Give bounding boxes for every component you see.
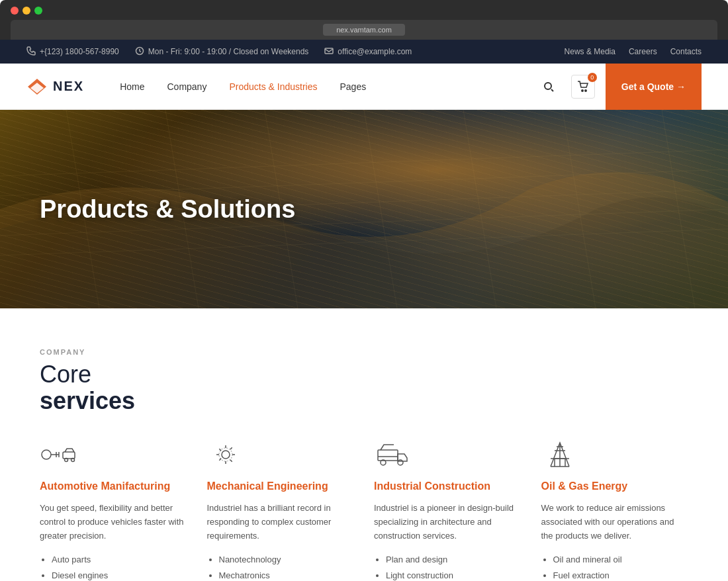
svg-rect-23 <box>378 450 398 461</box>
svg-point-25 <box>398 460 403 465</box>
service-card-mechanical: Mechanical Engineering Industriel has a … <box>207 440 355 581</box>
news-media-link[interactable]: News & Media <box>565 47 615 56</box>
list-item: Oil and mineral oil <box>553 552 689 567</box>
list-item: Fuel extraction <box>553 568 689 581</box>
section-label: COMPANY <box>40 348 688 356</box>
mechanical-icon <box>207 440 244 469</box>
phone-icon <box>26 46 36 58</box>
automotive-title: Automotive Manifacturing <box>40 480 187 494</box>
search-button[interactable] <box>537 75 561 99</box>
phone-item: +{123) 1800-567-8990 <box>26 46 119 58</box>
email-address: office@example.com <box>338 47 412 56</box>
nav-products[interactable]: Products & Industries <box>220 76 326 97</box>
svg-point-21 <box>222 451 230 459</box>
nav-links: Home Company Products & Industries Pages <box>111 76 375 97</box>
svg-rect-1 <box>325 48 333 54</box>
svg-line-5 <box>0 150 728 176</box>
cart-badge: 0 <box>588 73 597 82</box>
nav-pages[interactable]: Pages <box>330 76 375 97</box>
svg-rect-18 <box>63 452 75 459</box>
industrial-icon <box>374 440 411 469</box>
list-item: Nanotechnology <box>219 552 355 567</box>
email-item: office@example.com <box>324 46 412 58</box>
mechanical-title: Mechanical Engineering <box>207 480 355 494</box>
list-item: Diesel engines <box>52 568 187 581</box>
services-section: COMPANY Core services <box>0 308 728 581</box>
svg-point-20 <box>71 459 75 462</box>
oilgas-icon <box>541 440 578 469</box>
oilgas-title: Oil & Gas Energy <box>541 480 689 494</box>
services-grid: Automotive Manifacturing You get speed, … <box>40 440 688 581</box>
oilgas-desc: We work to reduce air emissions associat… <box>541 502 689 543</box>
hero-section: Products & Solutions <box>0 110 728 308</box>
automotive-icon <box>40 440 77 469</box>
industrial-list: Plan and design Light construction Heavy… <box>374 552 522 581</box>
hours-item: Mon - Fri: 9:00 - 19:00 / Closed on Week… <box>135 46 309 58</box>
get-quote-button[interactable]: Get a Quote → <box>606 64 702 110</box>
service-card-industrial: Industrial Construction Industriel is a … <box>374 440 522 581</box>
heading-bold: services <box>40 388 688 414</box>
url-bar[interactable]: nex.vamtam.com <box>323 24 405 36</box>
mechanical-list: Nanotechnology Mechatronics Composites M… <box>207 552 355 581</box>
svg-point-4 <box>585 89 586 91</box>
hero-title: Products & Solutions <box>40 195 295 224</box>
logo-icon <box>26 77 48 96</box>
nav-actions: 0 Get a Quote → <box>537 64 702 110</box>
careers-link[interactable]: Careers <box>629 47 657 56</box>
svg-point-2 <box>545 83 551 89</box>
phone-number: +{123) 1800-567-8990 <box>40 47 119 56</box>
industrial-desc: Industriel is a pioneer in design-build … <box>374 502 522 543</box>
nav-home[interactable]: Home <box>111 76 154 97</box>
hero-content: Products & Solutions <box>0 195 335 224</box>
list-item: Mechatronics <box>219 568 355 581</box>
nav-company[interactable]: Company <box>158 76 216 97</box>
main-nav: NEX Home Company Products & Industries P… <box>0 64 728 110</box>
business-hours: Mon - Fri: 9:00 - 19:00 / Closed on Week… <box>148 47 309 56</box>
search-icon <box>543 81 555 93</box>
logo[interactable]: NEX <box>26 77 84 96</box>
heading-light: Core <box>40 361 91 388</box>
svg-point-17 <box>42 450 51 459</box>
list-item: Auto parts <box>52 552 187 567</box>
list-item: Plan and design <box>386 552 522 567</box>
svg-point-19 <box>65 459 68 462</box>
cart-button[interactable]: 0 <box>571 75 595 99</box>
automotive-desc: You get speed, flexibility and better co… <box>40 502 187 543</box>
list-item: Light construction <box>386 568 522 581</box>
logo-text: NEX <box>53 79 84 94</box>
industrial-title: Industrial Construction <box>374 480 522 494</box>
oilgas-list: Oil and mineral oil Fuel extraction Rene… <box>541 552 689 581</box>
clock-icon <box>135 46 144 58</box>
contacts-link[interactable]: Contacts <box>670 47 702 56</box>
cart-icon <box>577 81 589 93</box>
top-bar: +{123) 1800-567-8990 Mon - Fri: 9:00 - 1… <box>0 40 728 64</box>
email-icon <box>324 46 334 58</box>
svg-point-3 <box>582 89 583 91</box>
service-card-oilgas: Oil & Gas Energy We work to reduce air e… <box>541 440 689 581</box>
mechanical-desc: Industriel has a brilliant record in res… <box>207 502 355 543</box>
automotive-list: Auto parts Diesel engines Car Body parts… <box>40 552 187 581</box>
section-heading: Core services <box>40 361 688 414</box>
service-card-automotive: Automotive Manifacturing You get speed, … <box>40 440 187 581</box>
